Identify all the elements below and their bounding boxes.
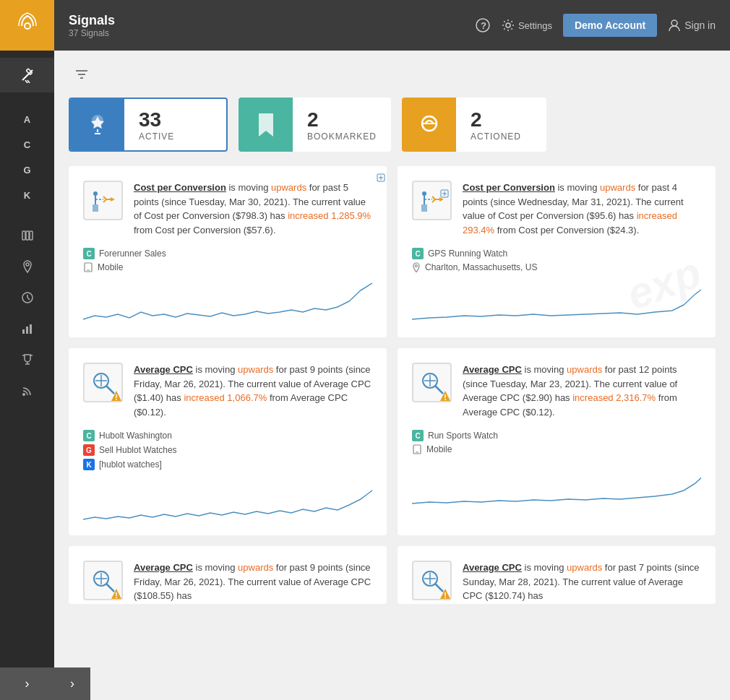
- signal-text-6: Average CPC is moving upwards for past 7…: [463, 561, 701, 603]
- bottom-collapse-button[interactable]: ›: [54, 667, 90, 700]
- svg-rect-30: [93, 204, 98, 212]
- signal-icon-6[interactable]: [412, 561, 452, 600]
- stat-icon-active: [70, 98, 124, 152]
- signal-card-6-header: Average CPC is moving upwards for past 7…: [412, 561, 701, 603]
- svg-point-17: [22, 393, 25, 396]
- signal-card-1: Cost per Conversion is moving upwards fo…: [69, 166, 387, 337]
- signal-card-2: exp: [398, 166, 716, 337]
- settings-button[interactable]: Settings: [502, 19, 552, 32]
- alpha-item-k[interactable]: K: [0, 183, 54, 208]
- nav-icon-chart[interactable]: [13, 316, 42, 341]
- stat-card-active[interactable]: 33 Active: [69, 98, 228, 152]
- stat-label-bookmarked: Bookmarked: [307, 131, 377, 142]
- svg-rect-14: [30, 324, 32, 334]
- signal-card-3: Average CPC is moving upwards for past 9…: [69, 348, 387, 535]
- alpha-item-a[interactable]: A: [0, 107, 54, 132]
- signal-card-1-header: Cost per Conversion is moving upwards fo…: [83, 181, 372, 237]
- signal-campaign-1: C Forerunner Sales: [83, 248, 372, 259]
- svg-point-21: [671, 20, 677, 26]
- svg-rect-7: [30, 231, 33, 240]
- signal-campaign-3c: K [hublot watches]: [83, 459, 372, 470]
- svg-point-43: [422, 191, 426, 196]
- signal-chart-2: [412, 280, 701, 323]
- svg-point-64: [445, 399, 446, 400]
- signal-icon-3[interactable]: [83, 363, 123, 402]
- signal-card-3-header: Average CPC is moving upwards for past 9…: [83, 363, 372, 419]
- nav-icon-clock[interactable]: [13, 285, 42, 310]
- stat-icon-actioned: [402, 98, 456, 152]
- logo-area[interactable]: [0, 0, 54, 51]
- signal-icon-5[interactable]: [83, 561, 123, 600]
- svg-line-11: [27, 298, 30, 300]
- stat-text-active: 33 Active: [124, 101, 189, 149]
- demo-account-button[interactable]: Demo Account: [563, 14, 657, 37]
- svg-marker-35: [111, 197, 115, 202]
- signal-device-1: Mobile: [83, 262, 372, 272]
- content-area: 33 Active 2 Bookmarked: [54, 51, 730, 667]
- svg-rect-13: [26, 327, 28, 334]
- campaign-letter-c-1: C: [83, 248, 95, 259]
- main-area: Signals 37 Signals ? Settings Demo Accou…: [54, 0, 730, 700]
- stat-label-actioned: Actioned: [471, 131, 521, 142]
- help-button[interactable]: ?: [475, 17, 491, 33]
- signal-location-2: Charlton, Massachusetts, US: [412, 262, 701, 272]
- stat-card-actioned[interactable]: 2 Actioned: [402, 98, 546, 152]
- left-sidebar: A C G K: [0, 0, 54, 700]
- app-title: Signals: [69, 13, 115, 28]
- svg-point-73: [116, 597, 117, 598]
- signal-chart-1: [83, 280, 372, 323]
- logo-icon: [16, 12, 39, 40]
- nav-icon-location[interactable]: [13, 254, 42, 279]
- svg-point-20: [506, 23, 510, 27]
- signal-icon-1[interactable]: [83, 181, 123, 220]
- signal-chart-3: [83, 478, 372, 521]
- signal-card-2-header: Cost per Conversion is moving upwards fo…: [412, 181, 701, 237]
- signal-text-4: Average CPC is moving upwards for past 1…: [463, 363, 701, 419]
- left-collapse-button[interactable]: ›: [0, 667, 54, 700]
- bottom-collapse-row: ›: [54, 667, 730, 700]
- filter-bar: [69, 61, 716, 87]
- sign-in-button[interactable]: Sign in: [668, 19, 716, 32]
- svg-point-50: [416, 265, 418, 267]
- campaign-letter-g-3: G: [83, 444, 95, 456]
- signal-icon-4[interactable]: [412, 363, 452, 402]
- signal-campaign-4: C Run Sports Watch: [412, 430, 701, 441]
- app-subtitle: 37 Signals: [69, 28, 115, 38]
- svg-point-8: [26, 263, 29, 266]
- signal-card-6: Average CPC is moving upwards for past 7…: [398, 546, 716, 604]
- alpha-item-g[interactable]: G: [0, 157, 54, 183]
- signal-meta-3: C Hubolt Washington G Sell Hublot Watche…: [83, 430, 372, 470]
- stat-number-actioned: 2: [471, 108, 521, 131]
- nav-icon-trophy[interactable]: [13, 347, 42, 372]
- campaign-letter-c-4: C: [412, 430, 424, 441]
- campaign-letter-k-3: K: [83, 459, 95, 470]
- alpha-icons-group: [13, 222, 42, 403]
- signal-icon-2[interactable]: [412, 181, 452, 220]
- campaign-letter-c-2: C: [412, 248, 424, 259]
- stat-card-bookmarked[interactable]: 2 Bookmarked: [239, 98, 391, 152]
- nav-icons: [0, 58, 54, 92]
- signal-text-2: Cost per Conversion is moving upwards fo…: [463, 181, 701, 237]
- header-right: ? Settings Demo Account Sign in: [475, 14, 716, 37]
- campaign-letter-c-3: C: [83, 430, 95, 441]
- nav-icon-library[interactable]: [13, 222, 42, 248]
- signal-text-3: Average CPC is moving upwards for past 9…: [134, 363, 372, 419]
- alpha-item-c[interactable]: C: [0, 132, 54, 157]
- svg-rect-2: [26, 69, 32, 74]
- signal-card-4-header: Average CPC is moving upwards for past 1…: [412, 363, 701, 419]
- svg-text:?: ?: [481, 20, 486, 31]
- signal-meta-2: C GPS Running Watch Charlton, Massachuse…: [412, 248, 701, 272]
- signal-meta-1: C Forerunner Sales Mobile: [83, 248, 372, 272]
- svg-rect-6: [26, 231, 29, 240]
- filter-icon-button[interactable]: [69, 61, 94, 87]
- signal-campaign-2: C GPS Running Watch: [412, 248, 701, 259]
- header-title-area: Signals 37 Signals: [69, 13, 115, 38]
- svg-point-80: [445, 597, 446, 598]
- nav-icon-feed[interactable]: [13, 378, 42, 403]
- settings-label: Settings: [518, 20, 552, 31]
- stat-icon-bookmarked: [239, 98, 293, 152]
- svg-rect-5: [22, 231, 25, 240]
- nav-icon-telescope[interactable]: [0, 58, 54, 92]
- signal-text-5: Average CPC is moving upwards for past 9…: [134, 561, 372, 603]
- stat-number-bookmarked: 2: [307, 108, 377, 131]
